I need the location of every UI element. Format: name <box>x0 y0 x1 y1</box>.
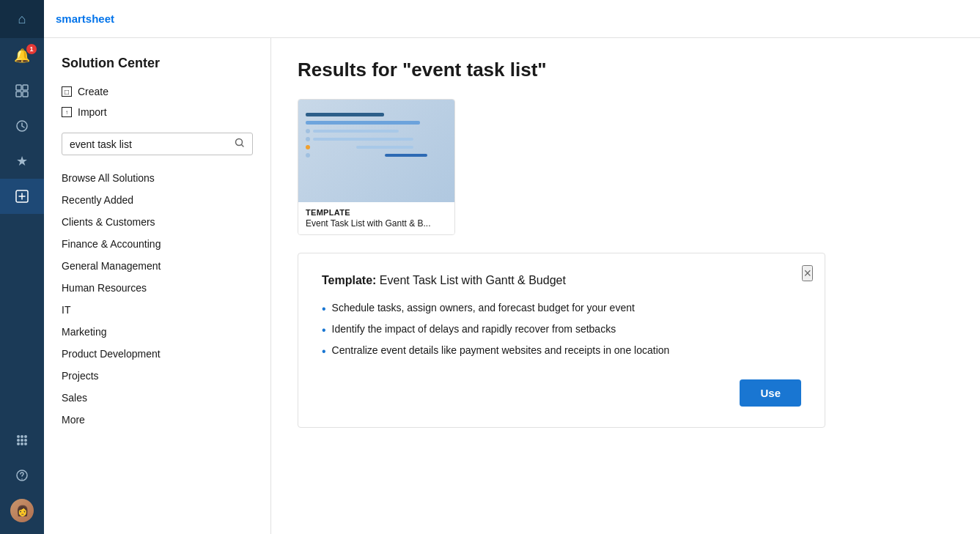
browse-icon[interactable] <box>0 73 44 108</box>
create-label: Create <box>78 86 108 97</box>
bullet-3-text: Centralize event details like payment we… <box>332 344 670 356</box>
top-header: smartsheet <box>44 0 980 38</box>
notification-badge: 1 <box>26 44 37 54</box>
sidebar-item-human-resources[interactable]: Human Resources <box>62 277 253 299</box>
sidebar-title: Solution Center <box>62 56 253 71</box>
sidebar: Solution Center □ Create ↑ Import <box>44 38 271 534</box>
sidebar-item-general-management[interactable]: General Management <box>62 255 253 277</box>
svg-point-7 <box>21 435 23 438</box>
detail-title: Template: Event Task List with Gantt & B… <box>322 274 801 287</box>
sidebar-item-recently-added[interactable]: Recently Added <box>62 189 253 211</box>
sidebar-item-clients-customers[interactable]: Clients & Customers <box>62 211 253 233</box>
svg-point-6 <box>17 435 20 438</box>
sidebar-nav: Browse All Solutions Recently Added Clie… <box>62 167 253 431</box>
detail-name-full: Event Task List with Gantt & Budget <box>380 274 566 286</box>
bullet-2: Identify the impact of delays and rapidl… <box>322 320 801 341</box>
template-card[interactable]: Template Event Task List with Gantt & B.… <box>298 99 455 235</box>
logo-text: smartsheet <box>56 12 114 25</box>
sidebar-item-projects[interactable]: Projects <box>62 365 253 387</box>
use-button[interactable]: Use <box>740 379 801 407</box>
search-icon[interactable] <box>235 138 245 150</box>
detail-panel: Template: Event Task List with Gantt & B… <box>298 253 825 428</box>
svg-point-14 <box>24 442 27 445</box>
svg-point-9 <box>17 439 20 442</box>
app-logo: smartsheet <box>44 0 271 38</box>
favorites-icon[interactable]: ★ <box>0 144 44 179</box>
bullet-1: Schedule tasks, assign owners, and forec… <box>322 299 801 320</box>
import-icon: ↑ <box>62 107 72 117</box>
svg-point-11 <box>24 439 27 442</box>
bullet-3: Centralize event details like payment we… <box>322 341 801 363</box>
close-button[interactable]: × <box>802 265 813 281</box>
search-input[interactable] <box>70 138 235 150</box>
svg-point-12 <box>17 442 20 445</box>
help-icon[interactable] <box>0 458 44 493</box>
bullet-2-text: Identify the impact of delays and rapidl… <box>332 323 616 335</box>
page-title: Results for "event task list" <box>298 59 954 81</box>
svg-point-13 <box>21 442 23 445</box>
notifications-icon[interactable]: 🔔 1 <box>0 38 44 73</box>
svg-rect-1 <box>23 85 28 90</box>
detail-label: Template: <box>322 274 376 286</box>
sidebar-item-it[interactable]: IT <box>62 299 253 321</box>
create-icon: □ <box>62 86 72 97</box>
nav-bar: ⌂ 🔔 1 ★ <box>0 0 44 534</box>
sidebar-item-browse-all[interactable]: Browse All Solutions <box>62 167 253 189</box>
template-preview <box>298 100 455 202</box>
import-label: Import <box>78 106 107 118</box>
main-content: Results for "event task list" <box>271 38 980 534</box>
sidebar-item-more[interactable]: More <box>62 409 253 431</box>
sidebar-item-sales[interactable]: Sales <box>62 387 253 409</box>
create-action[interactable]: □ Create <box>62 83 253 100</box>
home-icon[interactable]: ⌂ <box>0 0 44 38</box>
recents-icon[interactable] <box>0 108 44 144</box>
sidebar-item-marketing[interactable]: Marketing <box>62 321 253 343</box>
svg-rect-0 <box>16 85 21 90</box>
import-action[interactable]: ↑ Import <box>62 103 253 121</box>
template-type: Template <box>306 208 447 217</box>
bullet-1-text: Schedule tasks, assign owners, and forec… <box>332 302 635 314</box>
avatar[interactable]: 👩 <box>0 493 44 528</box>
svg-rect-3 <box>23 92 28 97</box>
svg-point-16 <box>21 478 23 480</box>
sidebar-item-product-development[interactable]: Product Development <box>62 343 253 365</box>
svg-point-8 <box>24 435 27 438</box>
apps-icon[interactable] <box>0 423 44 458</box>
svg-rect-2 <box>16 92 21 97</box>
new-icon[interactable] <box>0 179 44 214</box>
template-name-short: Event Task List with Gantt & B... <box>306 218 447 229</box>
detail-bullets: Schedule tasks, assign owners, and forec… <box>322 299 801 362</box>
sidebar-item-finance-accounting[interactable]: Finance & Accounting <box>62 233 253 255</box>
template-info: Template Event Task List with Gantt & B.… <box>298 202 454 234</box>
svg-point-10 <box>21 439 23 442</box>
search-box[interactable] <box>62 133 253 155</box>
